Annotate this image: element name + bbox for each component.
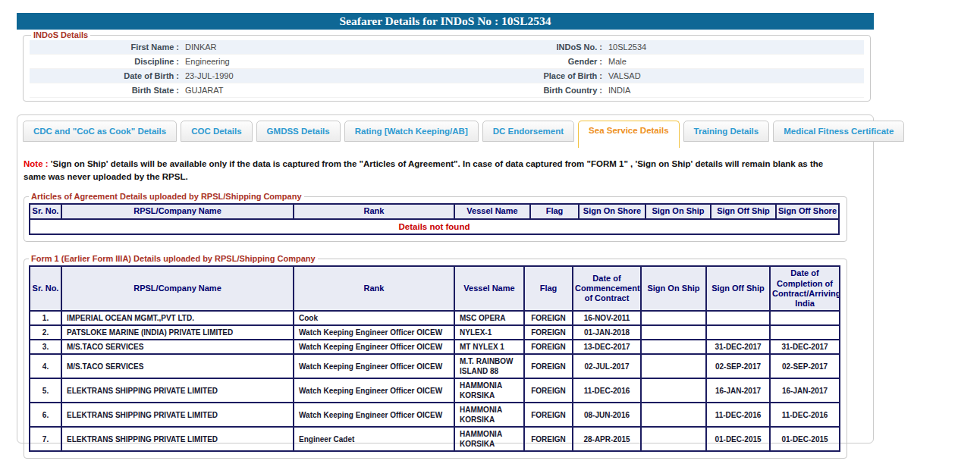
- tab-training-details[interactable]: Training Details: [683, 121, 770, 142]
- field-pair: Date of Birth :23-JUL-1990: [30, 69, 447, 83]
- cell-date-of-completion-of-contract-arriving-india: [770, 311, 840, 325]
- cell-date-of-commencement-of-contract: 11-DEC-2016: [573, 378, 641, 403]
- indos-row: First Name :DINKARINDoS No. :10SL2534: [30, 40, 864, 55]
- empty-row: Details not found: [30, 219, 839, 235]
- column-header-rank: Rank: [294, 266, 454, 311]
- cell-rank: Watch Keeping Engineer Officer OICEW: [294, 378, 454, 403]
- cell-sign-off-ship: 16-JAN-2017: [706, 378, 770, 403]
- column-header-flag: Flag: [530, 204, 579, 218]
- tab-dc-endorsement[interactable]: DC Endorsement: [482, 121, 574, 142]
- field-pair: Discipline :Engineering: [30, 55, 447, 68]
- field-value-place-of-birth: VALSAD: [608, 69, 641, 83]
- cell-sr-no: 4.: [30, 354, 61, 378]
- cell-sr-no: 2.: [30, 325, 61, 340]
- cell-rpsl-company-name: PATSLOKE MARINE (INDIA) PRIVATE LIMITED: [61, 325, 294, 340]
- field-value-discipline: Engineering: [185, 55, 230, 68]
- cell-date-of-completion-of-contract-arriving-india: 11-DEC-2016: [770, 403, 840, 427]
- column-header-date-of-completion-of-contract-arriving-india: Date of Completion of Contract/Arriving …: [770, 266, 840, 311]
- tab-rating-watch-keeping-ab[interactable]: Rating [Watch Keeping/AB]: [344, 121, 479, 142]
- cell-sign-on-ship: [641, 378, 706, 403]
- cell-date-of-commencement-of-contract: 13-DEC-2017: [573, 340, 641, 354]
- column-header-flag: Flag: [524, 266, 573, 311]
- indos-row: Discipline :EngineeringGender :Male: [30, 55, 864, 69]
- cell-rpsl-company-name: ELEKTRANS SHIPPING PRIVATE LIMITED: [61, 427, 294, 451]
- cell-flag: FOREIGN: [524, 354, 573, 378]
- cell-date-of-commencement-of-contract: 08-JUN-2016: [573, 403, 641, 427]
- cell-vessel-name: HAMMONIA KORSIKA: [454, 378, 524, 403]
- field-value-date-of-birth: 23-JUL-1990: [185, 69, 234, 83]
- field-label-birth-country: Birth Country :: [447, 83, 602, 97]
- cell-date-of-commencement-of-contract: 28-APR-2015: [573, 427, 641, 451]
- cell-flag: FOREIGN: [524, 403, 573, 427]
- column-header-sign-on-ship: Sign On Ship: [645, 204, 711, 218]
- cell-sign-off-ship: 11-DEC-2016: [706, 403, 770, 427]
- field-value-birth-country: INDIA: [608, 83, 630, 97]
- cell-rank: Engineer Cadet: [294, 427, 454, 451]
- column-header-vessel-name: Vessel Name: [454, 204, 530, 218]
- column-header-sr-no: Sr. No.: [30, 204, 61, 218]
- cell-sign-off-ship: [706, 311, 770, 325]
- form1-section: Form 1 (Earlier Form IIIA) Details uploa…: [24, 254, 847, 459]
- articles-of-agreement-table: Sr. No.RPSL/Company NameRankVessel NameF…: [29, 203, 840, 235]
- table-row: 6.ELEKTRANS SHIPPING PRIVATE LIMITEDWatc…: [30, 403, 840, 427]
- field-pair: First Name :DINKAR: [30, 40, 447, 54]
- cell-vessel-name: NYLEX-1: [454, 325, 524, 340]
- cell-date-of-completion-of-contract-arriving-india: 31-DEC-2017: [770, 340, 840, 354]
- cell-date-of-completion-of-contract-arriving-india: 02-SEP-2017: [770, 354, 840, 378]
- header-row: Sr. No.RPSL/Company NameRankVessel NameF…: [30, 266, 840, 311]
- tab-gmdss-details[interactable]: GMDSS Details: [256, 121, 341, 142]
- note-text: Note : 'Sign on Ship' details will be av…: [24, 158, 826, 183]
- field-label-date-of-birth: Date of Birth :: [30, 69, 179, 83]
- cell-rank: Watch Keeping Engineer Officer OICEW: [294, 354, 454, 378]
- cell-sr-no: 7.: [30, 427, 61, 451]
- page-title: Seafarer Details for INDoS No : 10SL2534: [17, 13, 874, 30]
- cell-rank: Watch Keeping Engineer Officer OICEW: [294, 403, 454, 427]
- cell-date-of-commencement-of-contract: 01-JAN-2018: [573, 325, 641, 340]
- field-label-discipline: Discipline :: [30, 55, 179, 68]
- column-header-rpsl-company-name: RPSL/Company Name: [61, 266, 294, 311]
- cell-vessel-name: HAMMONIA KORSIKA: [454, 403, 524, 427]
- column-header-sign-on-ship: Sign On Ship: [641, 266, 706, 311]
- cell-sign-off-ship: 31-DEC-2017: [706, 340, 770, 354]
- table-row: 3.M/S.TACO SERVICESWatch Keeping Enginee…: [30, 340, 840, 354]
- articles-of-agreement-legend: Articles of Agreement Details uploaded b…: [29, 192, 304, 201]
- cell-sign-on-ship: [641, 427, 706, 451]
- cell-flag: FOREIGN: [524, 340, 573, 354]
- cell-rpsl-company-name: ELEKTRANS SHIPPING PRIVATE LIMITED: [61, 378, 294, 403]
- articles-of-agreement-section: Articles of Agreement Details uploaded b…: [24, 192, 847, 242]
- table-row: 4.M/S.TACO SERVICESWatch Keeping Enginee…: [30, 354, 840, 378]
- field-pair: INDoS No. :10SL2534: [447, 40, 864, 54]
- cell-sr-no: 6.: [30, 403, 61, 427]
- cell-date-of-commencement-of-contract: 16-NOV-2011: [573, 311, 641, 325]
- tab-cdc-and-coc-as-cook-details[interactable]: CDC and "CoC as Cook" Details: [23, 121, 177, 142]
- cell-vessel-name: MT NYLEX 1: [454, 340, 524, 354]
- cell-rpsl-company-name: M/S.TACO SERVICES: [61, 340, 294, 354]
- tab-sea-service-details[interactable]: Sea Service Details: [578, 121, 680, 148]
- indos-details-legend: INDoS Details: [31, 30, 90, 39]
- column-header-date-of-commencement-of-contract: Date of Commencement of Contract: [573, 266, 641, 311]
- field-pair: Birth Country :INDIA: [447, 83, 864, 97]
- cell-rpsl-company-name: IMPERIAL OCEAN MGMT.,PVT LTD.: [61, 311, 294, 325]
- cell-sign-off-ship: [706, 325, 770, 340]
- table-row: 7.ELEKTRANS SHIPPING PRIVATE LIMITEDEngi…: [30, 427, 840, 451]
- cell-flag: FOREIGN: [524, 378, 573, 403]
- column-header-vessel-name: Vessel Name: [454, 266, 524, 311]
- column-header-sign-off-ship: Sign Off Ship: [706, 266, 770, 311]
- cell-sign-off-ship: 01-DEC-2015: [706, 427, 770, 451]
- cell-sign-off-ship: 02-SEP-2017: [706, 354, 770, 378]
- column-header-rpsl-company-name: RPSL/Company Name: [61, 204, 294, 218]
- cell-flag: FOREIGN: [524, 427, 573, 451]
- tab-coc-details[interactable]: COC Details: [181, 121, 252, 142]
- field-pair: Gender :Male: [447, 55, 864, 68]
- column-header-sign-on-shore: Sign On Shore: [579, 204, 645, 218]
- table-row: 1.IMPERIAL OCEAN MGMT.,PVT LTD.CookMSC O…: [30, 311, 840, 325]
- field-value-indos-no: 10SL2534: [608, 40, 646, 54]
- cell-sign-on-ship: [641, 403, 706, 427]
- table-row: 5.ELEKTRANS SHIPPING PRIVATE LIMITEDWatc…: [30, 378, 840, 403]
- field-value-birth-state: GUJARAT: [185, 83, 224, 97]
- tab-medical-fitness-certificate[interactable]: Medical Fitness Certificate: [773, 121, 904, 142]
- indos-row: Birth State :GUJARATBirth Country :INDIA: [30, 83, 864, 98]
- field-value-first-name: DINKAR: [185, 40, 217, 54]
- column-header-sr-no: Sr. No.: [30, 266, 61, 311]
- form1-table: Sr. No.RPSL/Company NameRankVessel NameF…: [29, 265, 840, 452]
